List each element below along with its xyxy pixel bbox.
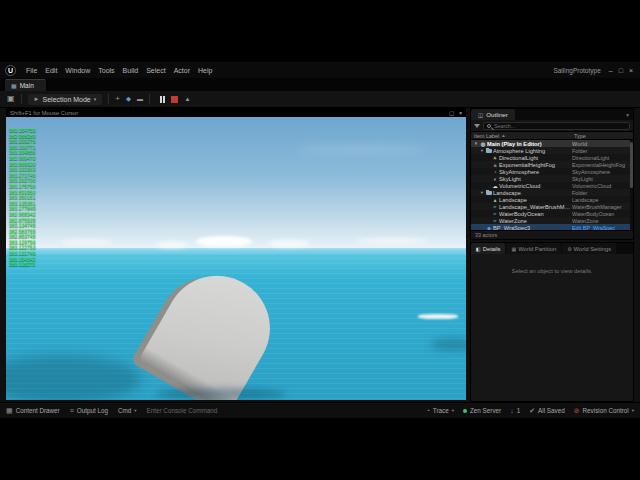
derived-data-button[interactable]: ↓ 1 [510, 407, 520, 414]
menu-actor[interactable]: Actor [170, 67, 194, 74]
trace-label: Trace [433, 407, 449, 414]
eject-button[interactable]: ▲ [184, 96, 190, 102]
panel-options-icon[interactable]: ▾ [626, 112, 633, 118]
content-drawer-icon: ▦ [6, 407, 13, 414]
details-panel: ◧Details▦World Partition⚙World Settings … [470, 242, 634, 402]
cmd-dropdown[interactable]: Cmd ▾ [118, 407, 137, 414]
row-label: DirectionalLight [499, 155, 572, 161]
column-type[interactable]: Type [574, 133, 630, 139]
close-window-button[interactable]: × [629, 67, 633, 74]
row-label: WaterBodyOcean [499, 211, 572, 217]
column-item-label-text: Item Label [474, 133, 499, 139]
outliner-row-exponentialheightfog[interactable]: ≡ExponentialHeightFogExponentialHeightFo… [471, 161, 633, 168]
outliner-row-bp-wraspec3[interactable]: ◆BP_WraSpec3Edit BP_WraSpec [471, 224, 633, 230]
trace-button[interactable]: ◔ Trace ▾ [426, 407, 454, 414]
tab-world-settings[interactable]: ⚙World Settings [562, 243, 616, 254]
row-label: VolumetricCloud [499, 183, 572, 189]
minimize-window-button[interactable]: – [609, 67, 613, 74]
zen-server-status[interactable]: Zen Server [463, 407, 501, 414]
toolbar-divider [108, 94, 109, 104]
folder-icon [485, 148, 493, 153]
menu-edit[interactable]: Edit [41, 67, 61, 74]
outliner-row-skyatmosphere[interactable]: ◔SkyAtmosphereSkyAtmosphere [471, 168, 633, 175]
menu-select[interactable]: Select [142, 67, 169, 74]
tab-main-level[interactable]: ▦ Main [5, 79, 46, 91]
viewport-maximize-icon[interactable]: ▢ [449, 110, 454, 116]
details-tab-row: ◧Details▦World Partition⚙World Settings [471, 243, 633, 254]
menu-help[interactable]: Help [194, 67, 216, 74]
details-body: Select an object to view details. [471, 254, 633, 401]
row-type: Landscape [572, 197, 628, 203]
maximize-window-button[interactable]: □ [619, 67, 623, 74]
cloud [156, 242, 188, 248]
chevron-down-icon: ▾ [134, 408, 136, 413]
editor-mode-dropdown[interactable]: ► Selection Mode ▾ [28, 94, 103, 105]
row-type: World [572, 141, 628, 147]
row-label: Landscape [493, 190, 572, 196]
chevron-down-icon: ▾ [94, 96, 97, 102]
project-title: SailingPrototype [553, 67, 600, 74]
outliner-row-landscape[interactable]: ▾LandscapeFolder [471, 189, 633, 196]
row-type: ExponentialHeightFog [572, 162, 628, 168]
blueprints-button[interactable]: ◆ [126, 96, 131, 103]
outliner-row-atmosphere-lighting[interactable]: ▾Atmosphere LightingFolder [471, 147, 633, 154]
outliner-scrollbar-thumb[interactable] [630, 142, 633, 188]
filter-icon[interactable] [474, 124, 480, 128]
menu-window[interactable]: Window [61, 67, 94, 74]
outliner-tab-label: Outliner [486, 111, 508, 118]
outliner-row-waterzone[interactable]: ≈WaterZoneWaterZone [471, 217, 633, 224]
water-icon: ≈ [491, 211, 499, 217]
outliner-search-input[interactable]: Search... [483, 122, 630, 130]
save-status-button[interactable]: ✔ All Saved [529, 407, 564, 414]
cloud [268, 240, 310, 247]
row-label: BP_WraSpec3 [493, 225, 572, 231]
row-label: SkyLight [499, 176, 572, 182]
tab-label: World Partition [518, 246, 556, 252]
tab-details[interactable]: ◧Details [471, 243, 505, 254]
stop-button[interactable] [171, 96, 178, 103]
viewport-header-icons: ▢ ▾ [449, 110, 462, 116]
column-item-label[interactable]: Item Label ▲ [474, 133, 574, 139]
zen-server-status-icon [463, 409, 467, 413]
menu-items: FileEditWindowToolsBuildSelectActorHelp [22, 67, 216, 74]
revision-control-label: Revision Control [583, 407, 629, 414]
outliner-search-row: Search... [471, 120, 633, 131]
viewport-panel[interactable]: Shift+F1 for Mouse Cursor ▢ ▾ [6, 108, 466, 400]
viewport-3d-scene[interactable]: 383.154753382.958289383.209276383.190771… [6, 117, 466, 400]
cinematics-button[interactable]: ▬ [137, 96, 143, 102]
outliner-row-directionallight[interactable]: ☀DirectionalLightDirectionalLight [471, 154, 633, 161]
details-empty-text: Select an object to view details. [471, 268, 633, 274]
skylight-icon: ◐ [491, 176, 499, 182]
save-status-label: All Saved [538, 407, 565, 414]
row-label: ExponentialHeightFog [499, 162, 572, 168]
edit-blueprint-link[interactable]: Edit BP_WraSpec [572, 225, 628, 231]
revision-control-button[interactable]: ⊘ Revision Control ▾ [574, 407, 634, 414]
pause-button[interactable] [160, 96, 166, 103]
chevron-down-icon: ▾ [632, 408, 634, 413]
revision-control-icon: ⊘ [574, 407, 580, 414]
tab-world-partition[interactable]: ▦World Partition [506, 243, 561, 254]
save-button[interactable]: ▣ [7, 95, 15, 103]
outliner-row-main-play-in-editor[interactable]: ▾◍Main (Play In Editor)World [471, 140, 633, 147]
tab-outliner[interactable]: ◫ Outliner [471, 109, 515, 120]
outliner-row-skylight[interactable]: ◐SkyLightSkyLight [471, 175, 633, 182]
menu-file[interactable]: File [22, 67, 41, 74]
world-icon: ◍ [479, 141, 487, 147]
row-type: SkyAtmosphere [572, 169, 628, 175]
viewport-header: Shift+F1 for Mouse Cursor ▢ ▾ [6, 108, 466, 117]
outliner-column-header: Item Label ▲ Type [471, 131, 633, 140]
outliner-row-waterbodyocean[interactable]: ≈WaterBodyOceanWaterBodyOcean [471, 210, 633, 217]
console-command-input[interactable]: Enter Console Command [147, 407, 218, 414]
outliner-row-landscape[interactable]: ▲LandscapeLandscape [471, 196, 633, 203]
unreal-logo-icon[interactable]: U [5, 65, 16, 76]
quick-add-button[interactable]: + [115, 95, 120, 103]
trace-icon: ◔ [426, 407, 430, 414]
content-drawer-button[interactable]: ▦ Content Drawer [6, 407, 60, 414]
menu-build[interactable]: Build [119, 67, 143, 74]
output-log-button[interactable]: ≡ Output Log [70, 407, 108, 414]
menu-tools[interactable]: Tools [94, 67, 118, 74]
outliner-row-volumetriccloud[interactable]: ☁VolumetricCloudVolumetricCloud [471, 182, 633, 189]
viewport-options-icon[interactable]: ▾ [459, 110, 462, 116]
saved-check-icon: ✔ [529, 407, 535, 414]
outliner-row-landscape-waterbrushmanager[interactable]: ≈Landscape_WaterBrushManagerWaterBrushMa… [471, 203, 633, 210]
